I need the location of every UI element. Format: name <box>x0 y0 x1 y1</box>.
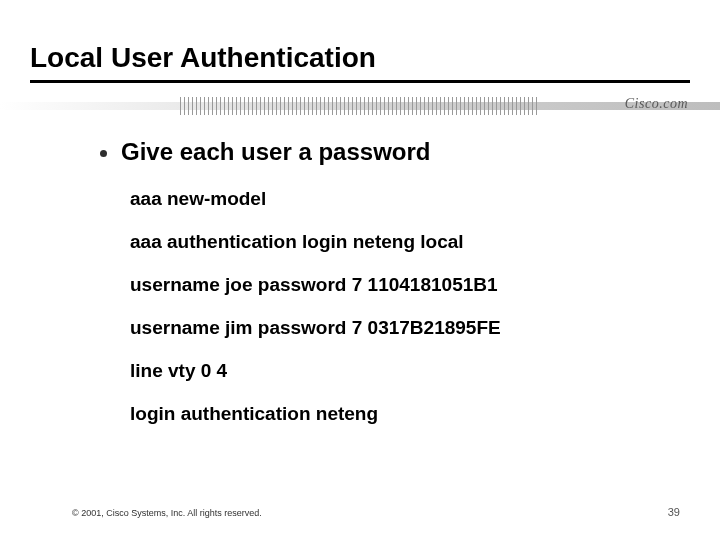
content-area: Give each user a password aaa new-model … <box>100 138 660 446</box>
config-line: username jim password 7 0317B21895FE <box>130 317 660 339</box>
config-line: aaa new-model <box>130 188 660 210</box>
config-line: username joe password 7 1104181051B1 <box>130 274 660 296</box>
tick-marks <box>180 96 565 116</box>
footer-copyright: © 2001, Cisco Systems, Inc. All rights r… <box>72 508 262 518</box>
bullet-item: Give each user a password <box>100 138 660 166</box>
slide-title: Local User Authentication <box>30 42 376 74</box>
header-divider <box>0 94 720 118</box>
slide: Local User Authentication Cisco.com <box>0 0 720 540</box>
bullet-text: Give each user a password <box>121 138 430 166</box>
config-line: aaa authentication login neteng local <box>130 231 660 253</box>
title-underline <box>30 80 690 83</box>
footer-page-number: 39 <box>668 506 680 518</box>
bullet-icon <box>100 150 107 157</box>
config-line: line vty 0 4 <box>130 360 660 382</box>
brand-label: Cisco.com <box>625 96 688 112</box>
config-line: login authentication neteng <box>130 403 660 425</box>
config-block: aaa new-model aaa authentication login n… <box>130 188 660 425</box>
